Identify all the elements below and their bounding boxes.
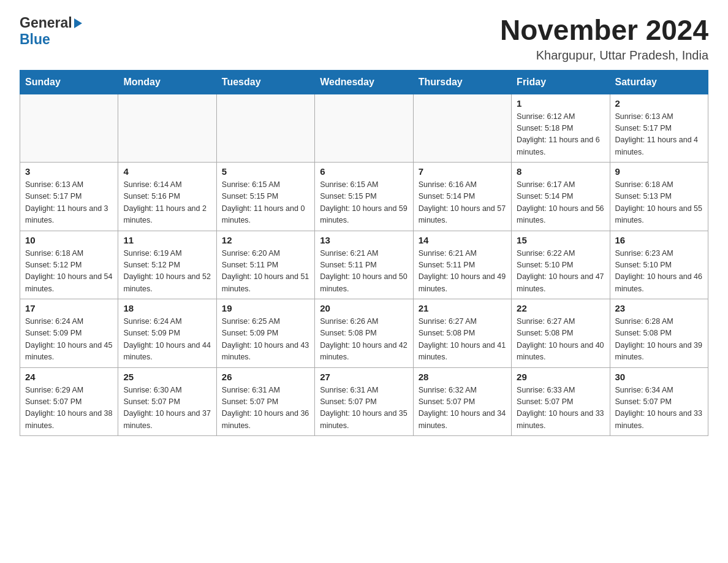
day-info: Sunrise: 6:31 AMSunset: 5:07 PMDaylight:… [222,385,309,432]
calendar-day-cell [20,94,118,163]
day-info: Sunrise: 6:33 AMSunset: 5:07 PMDaylight:… [517,385,604,432]
calendar-day-cell: 2Sunrise: 6:13 AMSunset: 5:17 PMDaylight… [610,94,708,163]
day-info: Sunrise: 6:16 AMSunset: 5:14 PMDaylight:… [419,179,506,227]
calendar-day-cell: 16Sunrise: 6:23 AMSunset: 5:10 PMDayligh… [610,231,708,299]
calendar-table: SundayMondayTuesdayWednesdayThursdayFrid… [20,70,708,437]
calendar-day-cell: 11Sunrise: 6:19 AMSunset: 5:12 PMDayligh… [118,231,216,299]
day-number: 9 [615,166,703,177]
day-number: 15 [517,235,604,245]
calendar-week-row: 17Sunrise: 6:24 AMSunset: 5:09 PMDayligh… [20,299,708,368]
calendar-day-cell: 7Sunrise: 6:16 AMSunset: 5:14 PMDaylight… [413,163,511,231]
calendar-day-cell: 26Sunrise: 6:31 AMSunset: 5:07 PMDayligh… [216,367,314,436]
day-info: Sunrise: 6:27 AMSunset: 5:08 PMDaylight:… [517,316,604,364]
day-number: 3 [25,166,113,177]
day-number: 18 [123,303,211,313]
day-number: 14 [419,235,506,245]
calendar-day-cell: 10Sunrise: 6:18 AMSunset: 5:12 PMDayligh… [20,231,118,299]
day-number: 11 [123,235,211,245]
day-info: Sunrise: 6:27 AMSunset: 5:08 PMDaylight:… [419,316,506,364]
calendar-day-cell [216,94,314,163]
day-info: Sunrise: 6:14 AMSunset: 5:16 PMDaylight:… [123,179,211,227]
day-number: 8 [517,166,604,177]
day-of-week-header: Monday [118,70,216,94]
day-info: Sunrise: 6:24 AMSunset: 5:09 PMDaylight:… [25,316,113,364]
day-number: 4 [123,166,211,177]
calendar-day-cell: 24Sunrise: 6:29 AMSunset: 5:07 PMDayligh… [20,367,118,436]
calendar-day-cell: 8Sunrise: 6:17 AMSunset: 5:14 PMDaylight… [512,163,610,231]
calendar-week-row: 3Sunrise: 6:13 AMSunset: 5:17 PMDaylight… [20,163,708,231]
logo-general-text: General [20,15,72,31]
day-number: 12 [222,235,309,245]
day-number: 13 [320,235,408,245]
day-info: Sunrise: 6:34 AMSunset: 5:07 PMDaylight:… [615,385,703,432]
calendar-day-cell: 29Sunrise: 6:33 AMSunset: 5:07 PMDayligh… [512,367,610,436]
location-text: Khargupur, Uttar Pradesh, India [500,48,708,63]
month-title: November 2024 [500,15,708,46]
day-number: 30 [615,372,703,382]
calendar-day-cell: 5Sunrise: 6:15 AMSunset: 5:15 PMDaylight… [216,163,314,231]
day-info: Sunrise: 6:28 AMSunset: 5:08 PMDaylight:… [615,316,703,364]
calendar-day-cell: 20Sunrise: 6:26 AMSunset: 5:08 PMDayligh… [315,299,413,368]
calendar-day-cell: 18Sunrise: 6:24 AMSunset: 5:09 PMDayligh… [118,299,216,368]
title-block: November 2024 Khargupur, Uttar Pradesh, … [500,15,708,63]
calendar-day-cell: 3Sunrise: 6:13 AMSunset: 5:17 PMDaylight… [20,163,118,231]
day-number: 17 [25,303,113,313]
calendar-day-cell: 1Sunrise: 6:12 AMSunset: 5:18 PMDaylight… [512,94,610,163]
calendar-day-cell [413,94,511,163]
day-info: Sunrise: 6:23 AMSunset: 5:10 PMDaylight:… [615,248,703,296]
calendar-day-cell [315,94,413,163]
day-of-week-header: Wednesday [315,70,413,94]
calendar-day-cell: 13Sunrise: 6:21 AMSunset: 5:11 PMDayligh… [315,231,413,299]
day-info: Sunrise: 6:18 AMSunset: 5:12 PMDaylight:… [25,248,113,296]
day-number: 24 [25,372,113,382]
day-info: Sunrise: 6:15 AMSunset: 5:15 PMDaylight:… [222,179,309,227]
calendar-day-cell: 14Sunrise: 6:21 AMSunset: 5:11 PMDayligh… [413,231,511,299]
day-info: Sunrise: 6:32 AMSunset: 5:07 PMDaylight:… [419,385,506,432]
page-header: General Blue November 2024 Khargupur, Ut… [20,15,708,63]
day-info: Sunrise: 6:19 AMSunset: 5:12 PMDaylight:… [123,248,211,296]
day-info: Sunrise: 6:31 AMSunset: 5:07 PMDaylight:… [320,385,408,432]
day-info: Sunrise: 6:30 AMSunset: 5:07 PMDaylight:… [123,385,211,432]
day-number: 21 [419,303,506,313]
calendar-day-cell: 23Sunrise: 6:28 AMSunset: 5:08 PMDayligh… [610,299,708,368]
day-info: Sunrise: 6:15 AMSunset: 5:15 PMDaylight:… [320,179,408,227]
calendar-day-cell: 12Sunrise: 6:20 AMSunset: 5:11 PMDayligh… [216,231,314,299]
day-of-week-header: Thursday [413,70,511,94]
day-number: 2 [615,98,703,109]
day-info: Sunrise: 6:22 AMSunset: 5:10 PMDaylight:… [517,248,604,296]
day-info: Sunrise: 6:29 AMSunset: 5:07 PMDaylight:… [25,385,113,432]
day-number: 23 [615,303,703,313]
calendar-day-cell: 17Sunrise: 6:24 AMSunset: 5:09 PMDayligh… [20,299,118,368]
day-info: Sunrise: 6:24 AMSunset: 5:09 PMDaylight:… [123,316,211,364]
calendar-day-cell: 22Sunrise: 6:27 AMSunset: 5:08 PMDayligh… [512,299,610,368]
day-info: Sunrise: 6:18 AMSunset: 5:13 PMDaylight:… [615,179,703,227]
day-info: Sunrise: 6:21 AMSunset: 5:11 PMDaylight:… [320,248,408,296]
day-number: 28 [419,372,506,382]
calendar-week-row: 24Sunrise: 6:29 AMSunset: 5:07 PMDayligh… [20,367,708,436]
day-number: 25 [123,372,211,382]
calendar-day-cell: 27Sunrise: 6:31 AMSunset: 5:07 PMDayligh… [315,367,413,436]
day-number: 29 [517,372,604,382]
calendar-day-cell: 15Sunrise: 6:22 AMSunset: 5:10 PMDayligh… [512,231,610,299]
logo-blue-text: Blue [20,31,50,48]
calendar-day-cell: 19Sunrise: 6:25 AMSunset: 5:09 PMDayligh… [216,299,314,368]
day-of-week-header: Friday [512,70,610,94]
day-number: 22 [517,303,604,313]
day-number: 19 [222,303,309,313]
day-info: Sunrise: 6:25 AMSunset: 5:09 PMDaylight:… [222,316,309,364]
day-info: Sunrise: 6:13 AMSunset: 5:17 PMDaylight:… [25,179,113,227]
day-info: Sunrise: 6:21 AMSunset: 5:11 PMDaylight:… [419,248,506,296]
day-info: Sunrise: 6:20 AMSunset: 5:11 PMDaylight:… [222,248,309,296]
calendar-header-row: SundayMondayTuesdayWednesdayThursdayFrid… [20,70,708,94]
calendar-week-row: 1Sunrise: 6:12 AMSunset: 5:18 PMDaylight… [20,94,708,163]
day-number: 6 [320,166,408,177]
day-number: 10 [25,235,113,245]
calendar-day-cell: 28Sunrise: 6:32 AMSunset: 5:07 PMDayligh… [413,367,511,436]
logo-arrow-icon [74,18,82,28]
day-number: 20 [320,303,408,313]
calendar-day-cell: 4Sunrise: 6:14 AMSunset: 5:16 PMDaylight… [118,163,216,231]
day-of-week-header: Tuesday [216,70,314,94]
day-number: 1 [517,98,604,109]
calendar-day-cell: 30Sunrise: 6:34 AMSunset: 5:07 PMDayligh… [610,367,708,436]
day-info: Sunrise: 6:13 AMSunset: 5:17 PMDaylight:… [615,111,703,159]
